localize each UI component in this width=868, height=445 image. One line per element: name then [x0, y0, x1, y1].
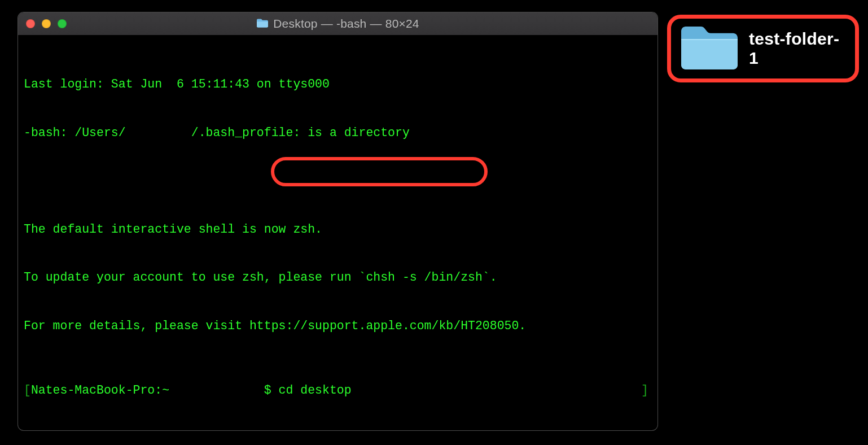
folder-name-label[interactable]: test-folder-1 — [749, 29, 847, 68]
minimize-button[interactable] — [42, 19, 51, 28]
fullscreen-button[interactable] — [58, 19, 67, 28]
terminal-output-line: -bash: /Users/ /.bash_profile: is a dire… — [24, 125, 652, 141]
terminal-body[interactable]: Last login: Sat Jun 6 15:11:43 on ttys00… — [18, 35, 657, 430]
folder-icon[interactable] — [679, 24, 740, 73]
traffic-lights — [26, 19, 67, 28]
svg-rect-0 — [681, 39, 738, 40]
terminal-command: cd desktop — [279, 383, 352, 397]
terminal-output-line: Last login: Sat Jun 6 15:11:43 on ttys00… — [24, 76, 652, 93]
terminal-output-line: For more details, please visit https://s… — [24, 318, 652, 334]
window-titlebar[interactable]: Desktop — -bash — 80×24 — [18, 12, 657, 35]
window-title-wrap: Desktop — -bash — 80×24 — [18, 12, 657, 35]
prompt-dollar: $ — [264, 383, 279, 397]
terminal-output-line: To update your account to use zsh, pleas… — [24, 269, 652, 286]
close-button[interactable] — [26, 19, 35, 28]
window-title: Desktop — -bash — 80×24 — [273, 17, 419, 30]
terminal-output-line: The default interactive shell is now zsh… — [24, 221, 652, 238]
terminal-prompt-row: [Nates-MacBook-Pro:~ $ cd desktop] — [24, 382, 652, 399]
prompt-host: Nates-MacBook-Pro:~ — [31, 383, 264, 397]
folder-proxy-icon — [256, 18, 269, 30]
terminal-window[interactable]: Desktop — -bash — 80×24 Last login: Sat … — [18, 12, 657, 430]
terminal-blank-line — [24, 173, 652, 189]
folder-callout: test-folder-1 — [667, 15, 859, 82]
prompt-bracket-left: [ — [24, 383, 31, 397]
prompt-bracket-right: ] — [641, 382, 648, 399]
